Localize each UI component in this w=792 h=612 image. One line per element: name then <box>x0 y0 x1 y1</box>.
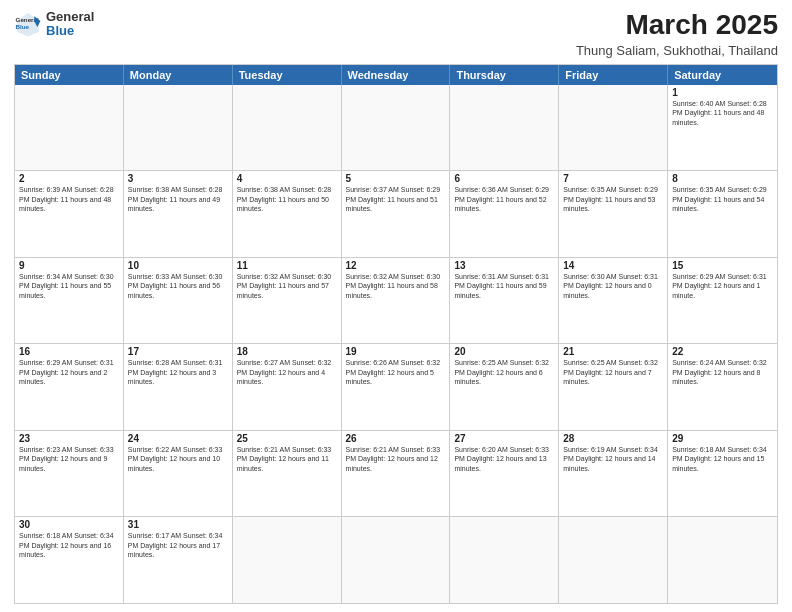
day-info: Sunrise: 6:19 AM Sunset: 6:34 PM Dayligh… <box>563 445 663 473</box>
calendar-row-5: 30Sunrise: 6:18 AM Sunset: 6:34 PM Dayli… <box>15 517 777 603</box>
empty-cell-5-3 <box>342 517 451 603</box>
day-info: Sunrise: 6:18 AM Sunset: 6:34 PM Dayligh… <box>19 531 119 559</box>
day-number: 25 <box>237 433 337 444</box>
day-number: 12 <box>346 260 446 271</box>
empty-cell-5-5 <box>559 517 668 603</box>
calendar-row-3: 16Sunrise: 6:29 AM Sunset: 6:31 PM Dayli… <box>15 344 777 431</box>
day-cell-15: 15Sunrise: 6:29 AM Sunset: 6:31 PM Dayli… <box>668 258 777 344</box>
weekday-header-wednesday: Wednesday <box>342 65 451 85</box>
day-number: 2 <box>19 173 119 184</box>
empty-cell-0-3 <box>342 85 451 171</box>
day-info: Sunrise: 6:18 AM Sunset: 6:34 PM Dayligh… <box>672 445 773 473</box>
day-info: Sunrise: 6:38 AM Sunset: 6:28 PM Dayligh… <box>237 185 337 213</box>
day-number: 21 <box>563 346 663 357</box>
day-info: Sunrise: 6:36 AM Sunset: 6:29 PM Dayligh… <box>454 185 554 213</box>
day-cell-1: 1Sunrise: 6:40 AM Sunset: 6:28 PM Daylig… <box>668 85 777 171</box>
day-info: Sunrise: 6:22 AM Sunset: 6:33 PM Dayligh… <box>128 445 228 473</box>
day-info: Sunrise: 6:33 AM Sunset: 6:30 PM Dayligh… <box>128 272 228 300</box>
logo-wordmark: General Blue <box>46 10 94 39</box>
day-cell-10: 10Sunrise: 6:33 AM Sunset: 6:30 PM Dayli… <box>124 258 233 344</box>
day-number: 3 <box>128 173 228 184</box>
day-number: 31 <box>128 519 228 530</box>
day-number: 30 <box>19 519 119 530</box>
day-info: Sunrise: 6:35 AM Sunset: 6:29 PM Dayligh… <box>672 185 773 213</box>
day-cell-7: 7Sunrise: 6:35 AM Sunset: 6:29 PM Daylig… <box>559 171 668 257</box>
day-number: 8 <box>672 173 773 184</box>
day-number: 6 <box>454 173 554 184</box>
header: General Blue General Blue March 2025 Thu… <box>14 10 778 58</box>
day-info: Sunrise: 6:34 AM Sunset: 6:30 PM Dayligh… <box>19 272 119 300</box>
day-info: Sunrise: 6:32 AM Sunset: 6:30 PM Dayligh… <box>237 272 337 300</box>
day-cell-2: 2Sunrise: 6:39 AM Sunset: 6:28 PM Daylig… <box>15 171 124 257</box>
day-cell-12: 12Sunrise: 6:32 AM Sunset: 6:30 PM Dayli… <box>342 258 451 344</box>
day-cell-21: 21Sunrise: 6:25 AM Sunset: 6:32 PM Dayli… <box>559 344 668 430</box>
day-info: Sunrise: 6:32 AM Sunset: 6:30 PM Dayligh… <box>346 272 446 300</box>
day-number: 10 <box>128 260 228 271</box>
day-number: 18 <box>237 346 337 357</box>
day-cell-20: 20Sunrise: 6:25 AM Sunset: 6:32 PM Dayli… <box>450 344 559 430</box>
day-cell-27: 27Sunrise: 6:20 AM Sunset: 6:33 PM Dayli… <box>450 431 559 517</box>
day-cell-23: 23Sunrise: 6:23 AM Sunset: 6:33 PM Dayli… <box>15 431 124 517</box>
day-cell-26: 26Sunrise: 6:21 AM Sunset: 6:33 PM Dayli… <box>342 431 451 517</box>
day-cell-6: 6Sunrise: 6:36 AM Sunset: 6:29 PM Daylig… <box>450 171 559 257</box>
calendar-row-4: 23Sunrise: 6:23 AM Sunset: 6:33 PM Dayli… <box>15 431 777 518</box>
day-info: Sunrise: 6:28 AM Sunset: 6:31 PM Dayligh… <box>128 358 228 386</box>
day-info: Sunrise: 6:38 AM Sunset: 6:28 PM Dayligh… <box>128 185 228 213</box>
day-number: 26 <box>346 433 446 444</box>
svg-text:Blue: Blue <box>16 24 30 31</box>
day-cell-22: 22Sunrise: 6:24 AM Sunset: 6:32 PM Dayli… <box>668 344 777 430</box>
title-block: March 2025 Thung Saliam, Sukhothai, Thai… <box>576 10 778 58</box>
day-cell-11: 11Sunrise: 6:32 AM Sunset: 6:30 PM Dayli… <box>233 258 342 344</box>
day-info: Sunrise: 6:39 AM Sunset: 6:28 PM Dayligh… <box>19 185 119 213</box>
day-info: Sunrise: 6:40 AM Sunset: 6:28 PM Dayligh… <box>672 99 773 127</box>
empty-cell-5-2 <box>233 517 342 603</box>
calendar: SundayMondayTuesdayWednesdayThursdayFrid… <box>14 64 778 604</box>
empty-cell-0-2 <box>233 85 342 171</box>
day-info: Sunrise: 6:29 AM Sunset: 6:31 PM Dayligh… <box>672 272 773 300</box>
day-cell-19: 19Sunrise: 6:26 AM Sunset: 6:32 PM Dayli… <box>342 344 451 430</box>
day-number: 4 <box>237 173 337 184</box>
weekday-header-friday: Friday <box>559 65 668 85</box>
empty-cell-0-4 <box>450 85 559 171</box>
day-number: 24 <box>128 433 228 444</box>
day-info: Sunrise: 6:23 AM Sunset: 6:33 PM Dayligh… <box>19 445 119 473</box>
day-cell-14: 14Sunrise: 6:30 AM Sunset: 6:31 PM Dayli… <box>559 258 668 344</box>
day-info: Sunrise: 6:29 AM Sunset: 6:31 PM Dayligh… <box>19 358 119 386</box>
day-cell-30: 30Sunrise: 6:18 AM Sunset: 6:34 PM Dayli… <box>15 517 124 603</box>
day-number: 28 <box>563 433 663 444</box>
calendar-row-1: 2Sunrise: 6:39 AM Sunset: 6:28 PM Daylig… <box>15 171 777 258</box>
day-cell-16: 16Sunrise: 6:29 AM Sunset: 6:31 PM Dayli… <box>15 344 124 430</box>
day-cell-25: 25Sunrise: 6:21 AM Sunset: 6:33 PM Dayli… <box>233 431 342 517</box>
day-number: 23 <box>19 433 119 444</box>
day-number: 27 <box>454 433 554 444</box>
day-cell-18: 18Sunrise: 6:27 AM Sunset: 6:32 PM Dayli… <box>233 344 342 430</box>
page: General Blue General Blue March 2025 Thu… <box>0 0 792 612</box>
day-cell-24: 24Sunrise: 6:22 AM Sunset: 6:33 PM Dayli… <box>124 431 233 517</box>
weekday-header-thursday: Thursday <box>450 65 559 85</box>
day-number: 16 <box>19 346 119 357</box>
subtitle: Thung Saliam, Sukhothai, Thailand <box>576 43 778 58</box>
day-number: 29 <box>672 433 773 444</box>
weekday-header-tuesday: Tuesday <box>233 65 342 85</box>
day-info: Sunrise: 6:30 AM Sunset: 6:31 PM Dayligh… <box>563 272 663 300</box>
day-number: 17 <box>128 346 228 357</box>
day-cell-31: 31Sunrise: 6:17 AM Sunset: 6:34 PM Dayli… <box>124 517 233 603</box>
calendar-body: 1Sunrise: 6:40 AM Sunset: 6:28 PM Daylig… <box>15 85 777 603</box>
day-cell-17: 17Sunrise: 6:28 AM Sunset: 6:31 PM Dayli… <box>124 344 233 430</box>
empty-cell-0-5 <box>559 85 668 171</box>
calendar-row-0: 1Sunrise: 6:40 AM Sunset: 6:28 PM Daylig… <box>15 85 777 172</box>
day-info: Sunrise: 6:17 AM Sunset: 6:34 PM Dayligh… <box>128 531 228 559</box>
day-number: 11 <box>237 260 337 271</box>
calendar-header-row: SundayMondayTuesdayWednesdayThursdayFrid… <box>15 65 777 85</box>
empty-cell-5-4 <box>450 517 559 603</box>
day-cell-3: 3Sunrise: 6:38 AM Sunset: 6:28 PM Daylig… <box>124 171 233 257</box>
day-info: Sunrise: 6:20 AM Sunset: 6:33 PM Dayligh… <box>454 445 554 473</box>
general-blue-logo-icon: General Blue <box>14 10 42 38</box>
day-cell-8: 8Sunrise: 6:35 AM Sunset: 6:29 PM Daylig… <box>668 171 777 257</box>
day-info: Sunrise: 6:27 AM Sunset: 6:32 PM Dayligh… <box>237 358 337 386</box>
day-info: Sunrise: 6:25 AM Sunset: 6:32 PM Dayligh… <box>563 358 663 386</box>
day-number: 14 <box>563 260 663 271</box>
day-number: 20 <box>454 346 554 357</box>
empty-cell-0-1 <box>124 85 233 171</box>
day-number: 13 <box>454 260 554 271</box>
